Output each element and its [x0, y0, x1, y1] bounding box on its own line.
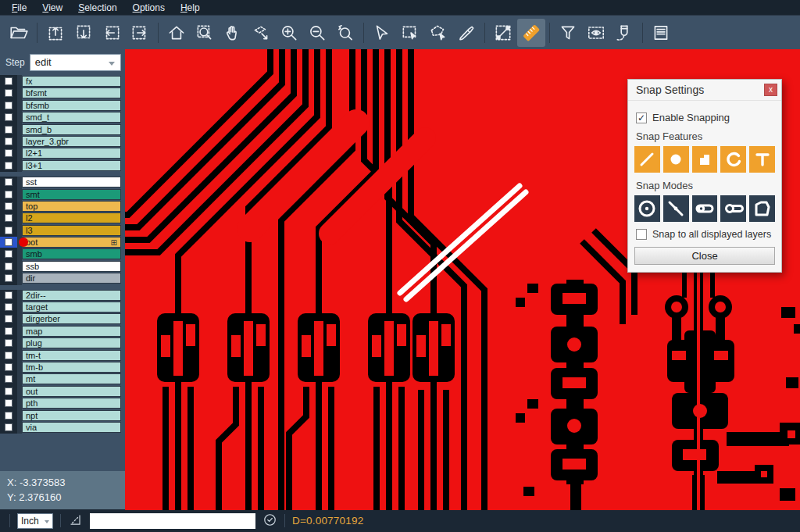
apply-check-icon[interactable] — [262, 512, 277, 530]
layer-row[interactable]: dir — [0, 273, 125, 284]
dialog-title-bar[interactable]: Snap Settings x — [628, 80, 781, 101]
layer-row[interactable]: layer_3.gbr — [0, 136, 125, 147]
layer-visibility-checkbox[interactable] — [5, 102, 12, 109]
zoom-out-button[interactable] — [303, 19, 331, 47]
snap-all-layers-checkbox[interactable] — [636, 229, 647, 240]
layer-row[interactable]: sst — [0, 177, 125, 187]
snap-arc-button[interactable] — [720, 146, 746, 173]
layer-name[interactable]: layer_3.gbr — [22, 136, 121, 147]
layer-name[interactable]: map — [22, 326, 121, 337]
layer-name[interactable]: smd_t — [22, 112, 121, 123]
pan-down-button[interactable] — [70, 19, 98, 47]
menu-item-options[interactable]: Options — [126, 1, 172, 15]
layer-visibility-checkbox[interactable] — [5, 399, 12, 407]
pan-left-button[interactable] — [98, 19, 126, 47]
corner-measure-icon[interactable] — [68, 512, 83, 530]
layer-row[interactable]: bfsmb — [0, 100, 125, 111]
brush-select-button[interactable] — [452, 19, 480, 47]
ruler-button[interactable] — [517, 19, 545, 47]
home-view-button[interactable] — [162, 19, 191, 47]
layer-name[interactable]: smd_b — [22, 124, 121, 135]
measure-point-to-point-button[interactable] — [489, 19, 517, 47]
layer-visibility-checkbox[interactable] — [5, 214, 12, 222]
snap-line-button[interactable] — [634, 146, 660, 173]
layer-name[interactable]: pth — [22, 398, 121, 409]
snap-slot-end-button[interactable] — [692, 195, 718, 222]
layer-name[interactable]: target — [22, 302, 121, 312]
snap-all-layers-row[interactable]: Snap to all displayed layers — [636, 229, 775, 240]
layer-visibility-checkbox[interactable] — [5, 238, 12, 246]
snap-on-line-button[interactable] — [663, 195, 689, 222]
snap-contour-button[interactable] — [749, 195, 775, 222]
layer-name[interactable]: bot⊞ — [22, 237, 121, 248]
snap-slot-center-button[interactable] — [720, 195, 746, 222]
layer-visibility-checkbox[interactable] — [5, 315, 12, 323]
layer-visibility-checkbox[interactable] — [5, 162, 12, 170]
layer-visibility-checkbox[interactable] — [5, 191, 12, 198]
layer-row[interactable]: map — [0, 326, 125, 337]
layer-name[interactable]: mt — [22, 373, 121, 384]
snap-surface-button[interactable] — [692, 146, 718, 173]
layer-name[interactable]: l3+1 — [22, 160, 121, 171]
zoom-area-button[interactable] — [191, 19, 219, 47]
layer-row[interactable]: plug — [0, 337, 125, 348]
layer-name[interactable]: l2+1 — [22, 148, 121, 159]
layer-name[interactable]: ssb — [22, 261, 121, 272]
layer-visibility-checkbox[interactable] — [5, 291, 12, 299]
layer-name[interactable]: tm-b — [22, 362, 121, 373]
layer-name[interactable]: 2dir-- — [22, 290, 121, 301]
enable-snapping-row[interactable]: ✓ Enable Snapping — [636, 112, 775, 123]
layer-name[interactable]: dirgerber — [22, 313, 121, 324]
layer-row[interactable]: fx — [0, 76, 125, 87]
layer-row[interactable]: smd_t — [0, 112, 125, 123]
snap-text-button[interactable] — [749, 146, 775, 173]
layer-row[interactable]: ssb — [0, 261, 125, 272]
layer-grid-icon[interactable]: ⊞ — [111, 238, 117, 247]
snap-button[interactable] — [610, 19, 638, 47]
layer-name[interactable]: sst — [22, 177, 121, 187]
layer-row[interactable]: bot⊞ — [0, 237, 125, 248]
layer-name[interactable]: tm-t — [22, 350, 121, 361]
layer-visibility-checkbox[interactable] — [5, 77, 12, 85]
step-dropdown[interactable]: edit — [30, 54, 121, 71]
layer-row[interactable]: target — [0, 302, 125, 312]
polygon-select-button[interactable] — [424, 19, 452, 47]
snap-pad-button[interactable] — [663, 146, 689, 173]
view-options-button[interactable] — [582, 19, 610, 47]
layer-visibility-checkbox[interactable] — [5, 262, 12, 270]
layer-visibility-checkbox[interactable] — [5, 412, 12, 420]
layer-name[interactable]: fx — [22, 76, 121, 87]
snap-center-button[interactable] — [634, 195, 660, 222]
layer-visibility-checkbox[interactable] — [5, 113, 12, 121]
layer-visibility-checkbox[interactable] — [5, 89, 12, 97]
layer-row[interactable]: smd_b — [0, 124, 125, 135]
layer-row[interactable]: l3+1 — [0, 160, 125, 171]
layer-visibility-checkbox[interactable] — [5, 327, 12, 335]
layer-visibility-checkbox[interactable] — [5, 339, 12, 347]
layer-name[interactable]: bfsmt — [22, 87, 121, 98]
menu-item-file[interactable]: File — [5, 1, 34, 15]
layer-visibility-checkbox[interactable] — [5, 250, 12, 258]
layer-visibility-checkbox[interactable] — [5, 137, 12, 145]
layer-name[interactable]: smb — [22, 248, 121, 259]
object-details-button[interactable] — [647, 19, 675, 47]
select-arrow-button[interactable] — [368, 19, 396, 47]
layer-row[interactable]: l2 — [0, 212, 125, 223]
layer-row[interactable]: dirgerber — [0, 313, 125, 324]
enable-snapping-checkbox[interactable]: ✓ — [636, 112, 647, 123]
layer-visibility-checkbox[interactable] — [5, 149, 12, 157]
zoom-in-button[interactable] — [275, 19, 303, 47]
layer-row[interactable]: via — [0, 422, 125, 433]
layer-row[interactable]: l3 — [0, 225, 125, 236]
layer-name[interactable]: l2 — [22, 212, 121, 223]
filter-button[interactable] — [554, 19, 582, 47]
layer-row[interactable]: tm-t — [0, 350, 125, 361]
pcb-canvas[interactable]: Snap Settings x ✓ Enable Snapping Snap F… — [125, 49, 800, 509]
layer-visibility-checkbox[interactable] — [5, 274, 12, 282]
unit-dropdown[interactable]: Inch — [17, 513, 53, 529]
menu-item-help[interactable]: Help — [173, 1, 207, 15]
layer-row[interactable]: tm-b — [0, 362, 125, 373]
layer-visibility-checkbox[interactable] — [5, 126, 12, 134]
layer-visibility-checkbox[interactable] — [5, 303, 12, 311]
layer-name[interactable]: l3 — [22, 225, 121, 236]
